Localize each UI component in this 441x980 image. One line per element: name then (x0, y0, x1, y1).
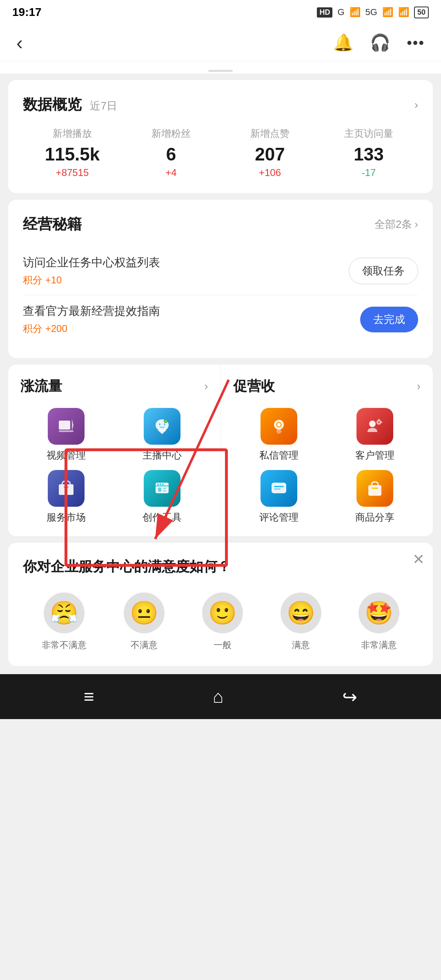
scroll-indicator (208, 70, 233, 72)
svg-rect-18 (158, 488, 161, 492)
home-icon[interactable]: ⌂ (213, 686, 224, 707)
battery-icon: 50 (414, 7, 429, 18)
secret-item-1: 查看官方最新经营提效指南 积分 +200 去完成 (23, 295, 418, 343)
secret-left-0: 访问企业任务中心权益列表 积分 +10 (23, 255, 349, 287)
tools-left-header: 涨流量 › (20, 377, 208, 396)
emoji-very-happy[interactable]: 🤩 非常满意 (359, 592, 399, 651)
overview-arrow[interactable]: › (414, 98, 418, 111)
tools-left-arrow[interactable]: › (204, 380, 208, 393)
anchor-center-icon: + (144, 408, 180, 445)
svg-point-25 (369, 421, 376, 427)
tool-message-management[interactable]: 私信管理 (233, 408, 325, 462)
tool-creation-label: 创作工具 (143, 511, 182, 524)
metric-visits-label: 主页访问量 (319, 127, 418, 140)
tool-customer-label: 客户管理 (355, 449, 394, 462)
hd-icon: HD (317, 7, 332, 18)
survey-title: 你对企业服务中心的满意度如何？ (23, 557, 418, 576)
tool-comment-management[interactable]: 评论管理 (233, 470, 325, 524)
headset-icon[interactable]: 🎧 (370, 33, 390, 52)
bottom-nav-bar: ≡ ⌂ ↩ (0, 674, 441, 719)
tools-container: 涨流量 › 视频管理 (8, 365, 433, 536)
svg-point-22 (276, 429, 281, 434)
svg-rect-20 (163, 490, 166, 492)
tools-left-grid: 视频管理 + 主播中心 (20, 408, 208, 524)
tool-customer-management[interactable]: 客户管理 (329, 408, 421, 462)
product-share-icon (356, 470, 393, 507)
secrets-all-arrow: › (414, 218, 418, 231)
secret-score-0: 积分 +10 (23, 274, 349, 287)
svg-point-16 (160, 483, 161, 485)
happy-face: 😄 (281, 592, 321, 633)
secrets-all-label: 全部2条 (374, 217, 412, 232)
metric-fans-value: 6 (122, 144, 220, 165)
svg-rect-34 (368, 485, 381, 496)
status-bar: 19:17 HD G 📶 5G 📶 📶 50 (0, 0, 441, 24)
metric-likes-change: +106 (220, 167, 319, 178)
back-button[interactable]: ‹ (16, 31, 23, 54)
business-secrets-card: 经营秘籍 全部2条 › 访问企业任务中心权益列表 积分 +10 领取任务 查看官… (8, 200, 433, 358)
tool-service-label: 服务市场 (47, 511, 86, 524)
unhappy-face: 😐 (124, 592, 165, 633)
signal-bars-4g: 📶 (350, 7, 361, 18)
very-happy-label: 非常满意 (361, 639, 397, 651)
menu-icon[interactable]: ≡ (84, 686, 94, 707)
tool-anchor-center[interactable]: + 主播中心 (116, 408, 208, 462)
metric-fans: 新增粉丝 6 +4 (122, 127, 220, 178)
metric-playback-label: 新增播放 (23, 127, 122, 140)
secret-title-1: 查看官方最新经营提效指南 (23, 303, 360, 319)
svg-rect-35 (372, 488, 378, 489)
wifi-icon: 📶 (398, 7, 409, 18)
notification-bell-icon[interactable]: 🔔 (333, 33, 354, 52)
secret-item-0: 访问企业任务中心权益列表 积分 +10 领取任务 (23, 247, 418, 295)
claim-task-button[interactable]: 领取任务 (349, 258, 418, 284)
emoji-neutral[interactable]: 🙂 一般 (202, 592, 243, 651)
data-overview-card: 数据概览 近7日 › 新增播放 115.5k +87515 新增粉丝 6 +4 … (8, 80, 433, 193)
tool-video-management[interactable]: 视频管理 (20, 408, 112, 462)
metric-likes: 新增点赞 207 +106 (220, 127, 319, 178)
tool-product-share[interactable]: 商品分享 (329, 470, 421, 524)
comment-management-icon (261, 470, 297, 507)
complete-task-button[interactable]: 去完成 (360, 307, 418, 332)
survey-card: ✕ 你对企业服务中心的满意度如何？ 😤 非常不满意 😐 不满意 🙂 一般 😄 满… (8, 543, 433, 666)
svg-point-27 (378, 421, 380, 423)
secret-left-1: 查看官方最新经营提效指南 积分 +200 (23, 303, 360, 335)
svg-rect-31 (274, 486, 284, 487)
overview-period: 近7日 (90, 100, 117, 112)
emoji-unhappy[interactable]: 😐 不满意 (124, 592, 165, 651)
secrets-all-link[interactable]: 全部2条 › (374, 217, 418, 232)
more-options-icon[interactable]: ••• (407, 34, 425, 51)
neutral-face: 🙂 (202, 592, 243, 633)
survey-close-button[interactable]: ✕ (412, 551, 425, 568)
very-unhappy-face: 😤 (44, 592, 85, 633)
svg-rect-30 (272, 483, 286, 493)
tools-right-header: 促营收 › (233, 377, 421, 396)
svg-marker-6 (158, 430, 167, 434)
svg-text:+: + (165, 420, 167, 423)
svg-rect-1 (59, 421, 70, 430)
metric-playback-change: +87515 (23, 167, 122, 178)
service-market-icon (48, 470, 85, 507)
tool-creation-tools[interactable]: 创作工具 (116, 470, 208, 524)
svg-marker-2 (72, 419, 74, 431)
svg-point-7 (159, 423, 160, 425)
metric-likes-label: 新增点赞 (220, 127, 319, 140)
emoji-very-unhappy[interactable]: 😤 非常不满意 (42, 592, 87, 651)
tool-service-market[interactable]: 服务市场 (20, 470, 112, 524)
metric-visits-change: -17 (319, 167, 418, 178)
secrets-title: 经营秘籍 (23, 214, 82, 234)
top-nav: ‹ 🔔 🎧 ••• (0, 24, 441, 61)
secret-score-1: 积分 +200 (23, 322, 360, 335)
svg-rect-19 (163, 488, 166, 489)
svg-rect-11 (59, 484, 74, 495)
message-management-icon (261, 408, 297, 445)
unhappy-label: 不满意 (131, 639, 158, 651)
video-management-icon (48, 408, 85, 445)
tool-video-label: 视频管理 (47, 449, 86, 462)
tools-right-arrow[interactable]: › (417, 380, 421, 393)
back-icon[interactable]: ↩ (342, 686, 357, 707)
svg-rect-12 (64, 487, 69, 488)
svg-point-8 (164, 423, 165, 425)
tools-left: 涨流量 › 视频管理 (8, 365, 220, 536)
tools-right-title: 促营收 (233, 377, 275, 396)
emoji-happy[interactable]: 😄 满意 (281, 592, 321, 651)
